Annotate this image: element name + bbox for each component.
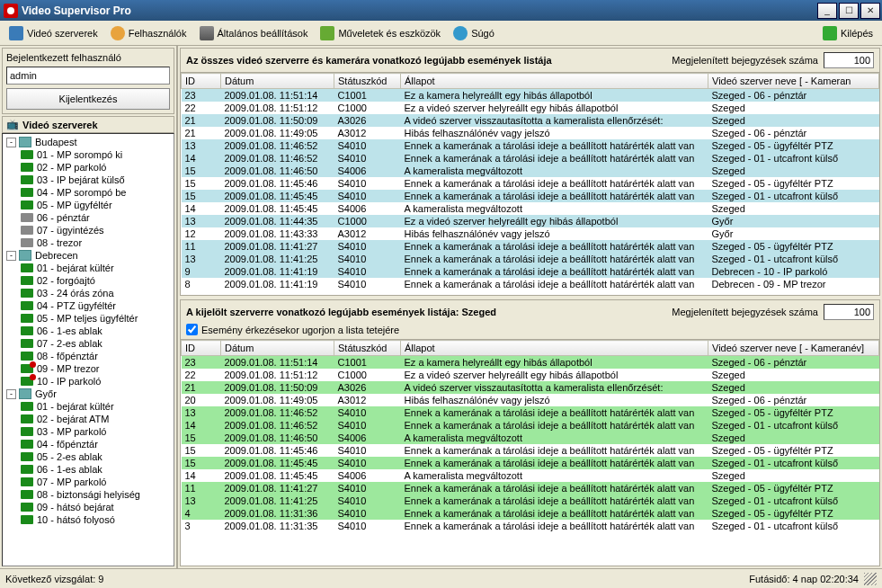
close-button[interactable]: ✕ — [860, 3, 880, 19]
tree-camera-node[interactable]: 05 - MP teljes ügyféltér — [3, 312, 174, 325]
tree-camera-node[interactable]: 08 - főpénztár — [3, 350, 174, 362]
table-row[interactable]: 42009.01.08. 11:31:36S4010Ennek a kamerá… — [182, 507, 879, 520]
column-header[interactable]: Státuszkód — [334, 341, 401, 356]
grid-selected-events[interactable]: IDDátumStátuszkódÁllapotVideó szerver ne… — [181, 339, 879, 566]
tree-camera-node[interactable]: 05 - MP ügyféltér — [3, 199, 174, 211]
menu-tools[interactable]: Műveletek és eszközök — [315, 24, 446, 42]
table-row[interactable]: 132009.01.08. 11:46:52S4010Ennek a kamer… — [182, 139, 879, 152]
tree-camera-node[interactable]: 07 - ügyintézés — [3, 224, 174, 236]
column-header[interactable]: Videó szerver neve [ - Kameran — [708, 74, 879, 89]
tree-server-node[interactable]: -Budapest — [3, 136, 174, 148]
tree-camera-node[interactable]: 01 - bejárat kültér — [3, 400, 174, 413]
table-row[interactable]: 212009.01.08. 11:50:09A3026A videó szerv… — [182, 381, 879, 394]
menu-users[interactable]: Felhasználók — [105, 24, 192, 42]
table-row[interactable]: 142009.01.08. 11:45:45S4006A kameralista… — [182, 202, 879, 215]
panel-sel-count-input[interactable] — [824, 304, 874, 320]
table-row[interactable]: 152009.01.08. 11:46:50S4006A kameralista… — [182, 432, 879, 444]
table-row[interactable]: 222009.01.08. 11:51:12C1000Ez a videó sz… — [182, 102, 879, 114]
column-header[interactable]: Állapot — [401, 74, 708, 89]
logout-button[interactable]: Kijelentkezés — [6, 88, 170, 110]
table-row[interactable]: 212009.01.08. 11:49:05A3012Hibás felhasz… — [182, 127, 879, 139]
table-row[interactable]: 142009.01.08. 11:45:45S4006A kameralista… — [182, 469, 879, 482]
tree-camera-node[interactable]: 04 - PTZ ügyféltér — [3, 299, 174, 312]
maximize-button[interactable]: ☐ — [839, 3, 859, 19]
table-cell: 14 — [182, 152, 221, 165]
expand-icon[interactable]: - — [6, 138, 16, 147]
table-row[interactable]: 212009.01.08. 11:50:09A3026A videó szerv… — [182, 114, 879, 127]
tree-camera-node[interactable]: 04 - főpénztár — [3, 438, 174, 450]
tree-camera-node[interactable]: 03 - 24 órás zóna — [3, 287, 174, 299]
table-row[interactable]: 132009.01.08. 11:44:35C1000Ez a videó sz… — [182, 215, 879, 227]
tree-camera-node[interactable]: 08 - biztonsági helyiség — [3, 488, 174, 501]
expand-icon[interactable]: - — [6, 251, 16, 261]
table-row[interactable]: 222009.01.08. 11:51:12C1000Ez a videó sz… — [182, 369, 879, 381]
table-row[interactable]: 142009.01.08. 11:46:52S4010Ennek a kamer… — [182, 419, 879, 432]
column-header[interactable]: Dátum — [221, 74, 334, 89]
tree-camera-node[interactable]: 04 - MP sorompó be — [3, 186, 174, 199]
tree-camera-node[interactable]: 07 - MP parkoló — [3, 476, 174, 488]
tree-camera-node[interactable]: 03 - IP bejárat külső — [3, 174, 174, 186]
column-header[interactable]: ID — [182, 341, 221, 356]
table-row[interactable]: 132009.01.08. 11:41:25S4010Ennek a kamer… — [182, 253, 879, 265]
table-row[interactable]: 152009.01.08. 11:46:50S4006A kameralista… — [182, 165, 879, 177]
table-row[interactable]: 202009.01.08. 11:49:05A3012Hibás felhasz… — [182, 394, 879, 406]
tree-camera-node[interactable]: 02 - forgóajtó — [3, 274, 174, 287]
jump-to-top-check-input[interactable] — [186, 324, 198, 335]
tree-camera-node[interactable]: 01 - MP sorompó ki — [3, 148, 174, 161]
camera-status-icon — [21, 276, 33, 285]
column-header[interactable]: ID — [182, 74, 221, 89]
table-row[interactable]: 112009.01.08. 11:41:27S4010Ennek a kamer… — [182, 240, 879, 253]
camera-status-icon — [21, 427, 33, 436]
table-row[interactable]: 142009.01.08. 11:46:52S4010Ennek a kamer… — [182, 152, 879, 165]
tree-server-node[interactable]: -Debrecen — [3, 249, 174, 262]
tree-camera-node[interactable]: 05 - 2-es ablak — [3, 450, 174, 463]
column-header[interactable]: Videó szerver neve [ - Kameranév] — [708, 341, 879, 356]
tree-camera-node[interactable]: 08 - trezor — [3, 236, 174, 249]
tree-camera-node[interactable]: 09 - hátsó bejárat — [3, 501, 174, 513]
menu-help[interactable]: Súgó — [448, 24, 500, 42]
column-header[interactable]: Dátum — [221, 341, 334, 356]
minimize-button[interactable]: _ — [817, 3, 837, 19]
table-row[interactable]: 232009.01.08. 11:51:14C1001Ez a kamera h… — [182, 356, 879, 370]
tree-camera-node[interactable]: 06 - pénztár — [3, 211, 174, 224]
table-cell: 20 — [182, 394, 221, 406]
table-row[interactable]: 152009.01.08. 11:45:45S4010Ennek a kamer… — [182, 457, 879, 469]
table-row[interactable]: 232009.01.08. 11:51:14C1001Ez a kamera h… — [182, 89, 879, 102]
grid-all-events[interactable]: IDDátumStátuszkódÁllapotVideó szerver ne… — [181, 72, 879, 295]
table-cell: A kameralista megváltozott — [401, 202, 708, 215]
table-row[interactable]: 92009.01.08. 11:41:19S4010Ennek a kamerá… — [182, 265, 879, 278]
table-row[interactable]: 112009.01.08. 11:41:27S4010Ennek a kamer… — [182, 482, 879, 494]
table-row[interactable]: 132009.01.08. 11:41:25S4010Ennek a kamer… — [182, 494, 879, 507]
tree-camera-node[interactable]: 03 - MP parkoló — [3, 425, 174, 438]
table-row[interactable]: 132009.01.08. 11:46:52S4010Ennek a kamer… — [182, 406, 879, 419]
column-header[interactable]: Státuszkód — [334, 74, 401, 89]
table-row[interactable]: 32009.01.08. 11:31:35S4010Ennek a kamerá… — [182, 520, 879, 532]
column-header[interactable]: Állapot — [401, 341, 708, 356]
table-row[interactable]: 152009.01.08. 11:45:45S4010Ennek a kamer… — [182, 190, 879, 202]
tree-camera-node[interactable]: 07 - 2-es ablak — [3, 337, 174, 350]
panel-all-count-input[interactable] — [824, 52, 874, 68]
table-row[interactable]: 152009.01.08. 11:45:46S4010Ennek a kamer… — [182, 444, 879, 457]
tree-camera-node[interactable]: 10 - IP parkoló — [3, 375, 174, 388]
logged-user-field[interactable] — [6, 67, 170, 85]
tree-camera-node[interactable]: 01 - bejárat kültér — [3, 262, 174, 274]
table-row[interactable]: 152009.01.08. 11:45:46S4010Ennek a kamer… — [182, 177, 879, 190]
tree-camera-node[interactable]: 06 - 1-es ablak — [3, 325, 174, 337]
menu-servers[interactable]: Videó szerverek — [4, 24, 103, 42]
server-tree[interactable]: -Budapest01 - MP sorompó ki02 - MP parko… — [2, 133, 174, 566]
tree-camera-node[interactable]: 10 - hátsó folyosó — [3, 513, 174, 526]
resize-grip-icon[interactable] — [864, 573, 877, 585]
expand-icon[interactable]: - — [6, 389, 16, 399]
table-row[interactable]: 122009.01.08. 11:43:33A3012Hibás felhasz… — [182, 227, 879, 240]
table-cell: Ennek a kamerának a tárolási ideje a beá… — [401, 139, 708, 152]
menu-exit[interactable]: Kilépés — [817, 24, 878, 42]
jump-to-top-checkbox[interactable]: Esemény érkezésekor ugorjon a lista tete… — [186, 324, 874, 335]
tree-camera-node[interactable]: 02 - MP parkoló — [3, 161, 174, 174]
menu-settings[interactable]: Általános beállítások — [194, 24, 314, 42]
tree-server-node[interactable]: -Győr — [3, 388, 174, 400]
table-row[interactable]: 82009.01.08. 11:41:19S4010Ennek a kamerá… — [182, 278, 879, 290]
tree-camera-node[interactable]: 06 - 1-es ablak — [3, 463, 174, 476]
tree-camera-node[interactable]: 09 - MP trezor — [3, 362, 174, 375]
table-cell: Szeged - 01 - utcafront külső — [708, 520, 879, 532]
tree-camera-node[interactable]: 02 - bejárat ATM — [3, 413, 174, 425]
